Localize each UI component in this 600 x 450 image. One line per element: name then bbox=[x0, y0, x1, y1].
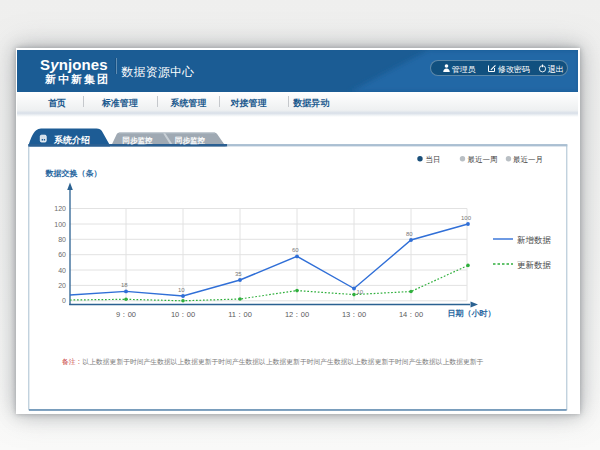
svg-text:系统介绍: 系统介绍 bbox=[53, 135, 90, 145]
svg-text:当日: 当日 bbox=[426, 155, 441, 164]
svg-text:0: 0 bbox=[62, 297, 66, 304]
svg-text:100: 100 bbox=[461, 215, 472, 221]
svg-text:20: 20 bbox=[58, 282, 66, 289]
svg-text:12：00: 12：00 bbox=[285, 310, 309, 319]
svg-text:最近一月: 最近一月 bbox=[513, 155, 543, 164]
svg-text:14：00: 14：00 bbox=[399, 310, 423, 319]
svg-text:80: 80 bbox=[58, 236, 66, 243]
svg-text:新增数据: 新增数据 bbox=[517, 235, 552, 245]
svg-text:100: 100 bbox=[54, 221, 66, 228]
svg-text:日期（小时）: 日期（小时） bbox=[448, 309, 496, 318]
svg-text:更新数据: 更新数据 bbox=[517, 260, 552, 270]
svg-text:10：00: 10：00 bbox=[171, 310, 195, 319]
svg-text:数据交换（条）: 数据交换（条） bbox=[45, 169, 102, 178]
svg-text:60: 60 bbox=[292, 247, 299, 253]
svg-text:10: 10 bbox=[178, 287, 185, 293]
svg-text:同步监控: 同步监控 bbox=[123, 136, 154, 145]
svg-text:最近一周: 最近一周 bbox=[468, 155, 498, 164]
svg-text:10: 10 bbox=[357, 289, 364, 295]
svg-text:60: 60 bbox=[58, 251, 66, 258]
svg-text:40: 40 bbox=[58, 267, 66, 274]
svg-text:11：00: 11：00 bbox=[228, 310, 252, 319]
svg-text:13：00: 13：00 bbox=[342, 310, 366, 319]
svg-text:18: 18 bbox=[121, 282, 128, 288]
svg-text:120: 120 bbox=[54, 205, 66, 212]
svg-text:同步监控: 同步监控 bbox=[175, 136, 206, 145]
svg-text:80: 80 bbox=[406, 231, 413, 237]
svg-text:9：00: 9：00 bbox=[116, 310, 136, 319]
svg-text:35: 35 bbox=[235, 271, 242, 277]
